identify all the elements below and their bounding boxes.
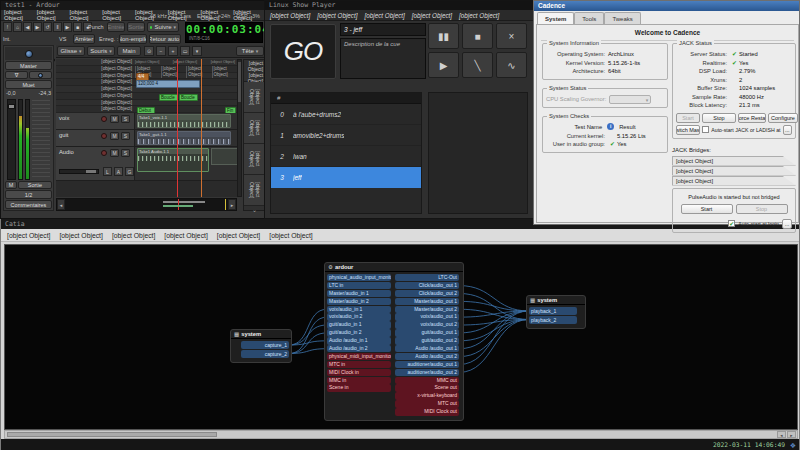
cue-description-field[interactable]: Description de la cue — [340, 38, 426, 79]
solo-button[interactable]: S — [121, 115, 130, 123]
mono-button[interactable]: M — [5, 181, 17, 189]
summary-right-arrow[interactable]: ▸ — [228, 199, 236, 210]
rewind-button[interactable]: ◀ — [23, 22, 32, 32]
mute-button[interactable]: M — [110, 115, 119, 123]
output-port[interactable]: MMC out — [395, 377, 459, 384]
scrollbar-thumb[interactable] — [7, 432, 217, 437]
stop-mode-button[interactable]: Arrêter — [73, 34, 95, 44]
input-port[interactable]: guit/audio_in 2 — [327, 329, 391, 336]
switch-master-button[interactable]: witch Mast — [676, 125, 700, 135]
zoom-fit-button[interactable]: ▭ — [180, 46, 190, 56]
midi-panic-button[interactable]: ! — [3, 22, 12, 32]
solo-button[interactable]: S — [121, 132, 130, 140]
audio-input-port[interactable]: playback_1 — [529, 307, 577, 315]
summary-view[interactable] — [65, 199, 228, 210]
phase-invert-button[interactable]: ∇ — [5, 71, 28, 79]
summary-bar[interactable]: ◂ ▸ — [56, 198, 237, 211]
menu-item[interactable]: [object Object] — [112, 232, 155, 239]
output-port[interactable]: MTC out — [395, 400, 459, 407]
output-button[interactable]: Sortie — [18, 181, 52, 189]
trim-knob[interactable] — [25, 50, 33, 58]
menu-item[interactable]: [object Object] — [412, 12, 452, 19]
zoom-preset-button[interactable]: ▾ — [192, 46, 202, 56]
input-port[interactable]: MIDI Clock in — [327, 369, 391, 376]
track-row[interactable]: voix M S Take1_voix-1.1 — [56, 113, 237, 130]
summary-left-arrow[interactable]: ◂ — [57, 199, 65, 210]
menu-item[interactable]: [object Object] — [37, 9, 66, 21]
jack-start-button[interactable]: Start — [676, 113, 700, 123]
input-port[interactable]: voix/audio_in 1 — [327, 306, 391, 313]
input-port[interactable]: physical_midi_input_monitor_enable — [327, 353, 391, 360]
track-header[interactable]: guit M S — [56, 130, 135, 146]
solo-button[interactable]: S — [121, 149, 130, 157]
governor-combobox[interactable] — [609, 95, 651, 104]
input-port[interactable]: MMC in — [327, 377, 391, 384]
track-lane[interactable]: Take1 Audio-1.1 — [135, 147, 237, 180]
output-port[interactable]: Click/audio_out 1 — [395, 282, 459, 289]
autostart-jack-checkbox[interactable] — [702, 126, 709, 133]
peak-display[interactable]: -24,3 — [38, 90, 51, 98]
input-port[interactable]: MTC in — [327, 361, 391, 368]
loop-start-marker[interactable]: Boucle — [159, 94, 178, 102]
layer-button[interactable]: L — [103, 167, 112, 176]
audio-region[interactable]: Take1_guit-1.1 — [137, 131, 231, 145]
patchbay-canvas[interactable]: ▦ system capture_1capture_2 ⚙ ardour phy… — [4, 244, 798, 430]
track-name[interactable]: guit — [59, 132, 68, 138]
audio-region[interactable]: Take1_voix-1.1 — [137, 114, 231, 128]
autostart-login-checkbox[interactable] — [728, 220, 735, 227]
sidebar-tab[interactable]: [object Object] — [244, 175, 265, 206]
menu-item[interactable]: [object Object] — [59, 232, 102, 239]
tab-system[interactable]: System — [537, 12, 574, 24]
jack-stop-button[interactable]: Stop — [702, 113, 736, 123]
punch-in-button[interactable]: Entrée — [107, 22, 125, 32]
menu-item[interactable]: [object Object] — [269, 232, 312, 239]
output-port[interactable]: guit/audio_out 2 — [395, 337, 459, 344]
interrupt-button[interactable]: × — [496, 23, 527, 49]
pan-knob-button[interactable] — [29, 71, 52, 79]
ruler-row[interactable]: [object Object] — [56, 100, 237, 107]
loop-button[interactable]: ↺ — [43, 22, 52, 32]
gain-display[interactable]: -0,0 — [6, 90, 15, 98]
autostart-more-button[interactable]: ... — [783, 125, 792, 135]
scroll-left-arrow[interactable]: ◂ — [777, 431, 786, 438]
auto-play-button[interactable]: ‖ — [53, 22, 62, 32]
output-port[interactable]: auditioner/audio_out 1 — [395, 361, 459, 368]
bridge-tab[interactable]: [object Object] — [672, 166, 796, 176]
comments-button[interactable]: Commentaires — [5, 200, 52, 209]
playhead-line[interactable] — [177, 59, 178, 197]
track-lane[interactable]: Take1_voix-1.1 — [135, 113, 237, 129]
track-row[interactable]: guit M S Take1_guit-1.1 — [56, 130, 237, 147]
jack-configure-button[interactable]: Configure — [768, 113, 798, 123]
master-name-button[interactable]: Master — [5, 61, 52, 70]
play-button[interactable]: ▶ — [428, 52, 459, 78]
go-button[interactable]: GO — [270, 24, 336, 79]
audio-input-port[interactable]: playback_2 — [529, 316, 577, 324]
menu-item[interactable]: [object Object] — [70, 9, 99, 21]
bridge-tab[interactable]: [object Object] — [672, 156, 796, 166]
zoom-focus-button[interactable]: ⊙ — [144, 46, 154, 56]
input-port[interactable]: guit/audio_in 1 — [327, 321, 391, 328]
record-arm-button[interactable] — [101, 133, 107, 139]
track-header[interactable]: voix M S — [56, 113, 135, 129]
output-port[interactable]: Master/audio_out 1 — [395, 298, 459, 305]
lsp-titlebar[interactable]: Linux Show Player — [265, 1, 533, 10]
audio-output-port[interactable]: capture_1 — [241, 341, 289, 349]
mute-button[interactable]: Muet — [5, 80, 52, 89]
output-port[interactable]: Audio /audio_out 1 — [395, 345, 459, 352]
vs-label[interactable]: VS — [59, 34, 66, 44]
group-button[interactable]: G — [125, 167, 134, 176]
tempo-marker[interactable]: 120,000 4 — [136, 80, 200, 88]
ruler-area[interactable]: [object Object][object Object][object Ob… — [56, 59, 237, 113]
input-port[interactable]: physical_audio_input_monitor_enable — [327, 274, 391, 281]
output-port[interactable]: voix/audio_out 1 — [395, 313, 459, 320]
output-port[interactable]: LTC-Out — [395, 274, 459, 281]
tab-tweaks[interactable]: Tweaks — [604, 12, 640, 24]
auto-return-dropdown[interactable]: Retour auto — [149, 34, 181, 44]
grab-mode-button[interactable]: Main — [117, 46, 141, 56]
zoom-out-button[interactable]: − — [156, 46, 166, 56]
audio-region[interactable]: Take1 Audio-1.1 — [137, 148, 209, 172]
smart-mode-dropdown[interactable]: Glisse — [57, 46, 85, 56]
mouse-mode-dropdown[interactable]: Souris — [87, 46, 115, 56]
input-port[interactable]: voix/audio_in 2 — [327, 313, 391, 320]
pulse-start-button[interactable]: Start — [681, 204, 733, 214]
